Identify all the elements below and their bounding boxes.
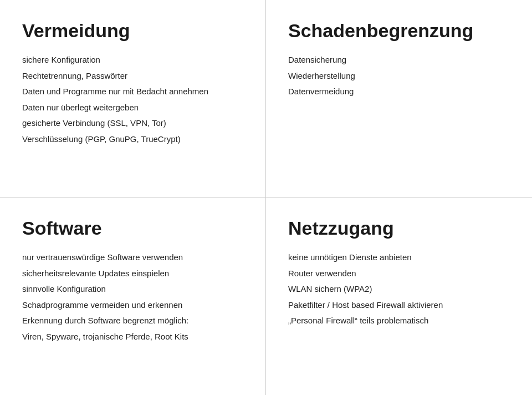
page: Vermeidung sichere KonfigurationRechtetr… bbox=[0, 0, 532, 395]
schadenbegrenzung-title: Schadenbegrenzung bbox=[288, 20, 510, 42]
software-items: nur vertrauenswürdige Software verwenden… bbox=[22, 251, 243, 343]
list-item: sinnvolle Konfiguration bbox=[22, 283, 243, 296]
list-item: nur vertrauenswürdige Software verwenden bbox=[22, 251, 243, 264]
software-title: Software bbox=[22, 217, 243, 239]
list-item: sichere Konfiguration bbox=[22, 54, 243, 67]
list-item: WLAN sichern (WPA2) bbox=[288, 283, 510, 296]
list-item: gesicherte Verbindung (SSL, VPN, Tor) bbox=[22, 117, 243, 130]
list-item: Erkennung durch Software begrenzt möglic… bbox=[22, 315, 243, 327]
vermeidung-items: sichere KonfigurationRechtetrennung, Pas… bbox=[22, 54, 243, 145]
vermeidung-title: Vermeidung bbox=[22, 20, 243, 42]
list-item: Datenvermeidung bbox=[288, 85, 510, 98]
list-item: Rechtetrennung, Passwörter bbox=[22, 70, 243, 83]
quadrant-software: Software nur vertrauenswürdige Software … bbox=[0, 198, 266, 395]
list-item: Daten nur überlegt weitergeben bbox=[22, 102, 243, 114]
list-item: Verschlüsselung (PGP, GnuPG, TrueCrypt) bbox=[22, 133, 243, 146]
netzzugang-title: Netzzugang bbox=[288, 217, 510, 239]
list-item: sicherheitsrelevante Updates einspielen bbox=[22, 267, 243, 280]
schadenbegrenzung-items: DatensicherungWiederherstellungDatenverm… bbox=[288, 54, 510, 98]
list-item: Wiederherstellung bbox=[288, 70, 510, 83]
list-item: Daten und Programme nur mit Bedacht anne… bbox=[22, 85, 243, 98]
quadrant-netzzugang: Netzzugang keine unnötigen Dienste anbie… bbox=[266, 198, 532, 395]
netzzugang-items: keine unnötigen Dienste anbietenRouter v… bbox=[288, 251, 510, 327]
list-item: Viren, Spyware, trojanische Pferde, Root… bbox=[22, 331, 243, 343]
list-item: „Personal Firewall“ teils problematisch bbox=[288, 315, 510, 327]
list-item: Datensicherung bbox=[288, 54, 510, 67]
quadrant-schadenbegrenzung: Schadenbegrenzung DatensicherungWiederhe… bbox=[266, 0, 532, 198]
quadrant-vermeidung: Vermeidung sichere KonfigurationRechtetr… bbox=[0, 0, 266, 198]
list-item: Router verwenden bbox=[288, 267, 510, 280]
list-item: keine unnötigen Dienste anbieten bbox=[288, 251, 510, 264]
list-item: Paketfilter / Host based Firewall aktivi… bbox=[288, 299, 510, 312]
list-item: Schadprogramme vermeiden und erkennen bbox=[22, 299, 243, 312]
